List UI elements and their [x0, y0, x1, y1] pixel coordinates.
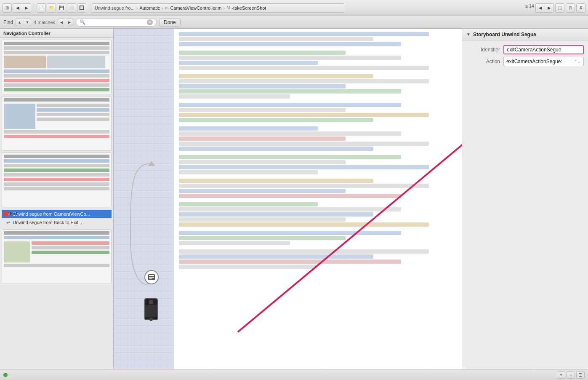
exit-section: Exit ↩ Unwind segue from CameraViewCo...… [0, 209, 113, 227]
mock-row [4, 130, 109, 134]
code-line [179, 160, 346, 164]
code-line [179, 194, 401, 198]
inspector-action-row: Action exitCameraActionSegue: ⌃⌄ [462, 56, 588, 67]
find-up-btn[interactable]: ▲ [16, 19, 23, 26]
code-line [179, 42, 401, 46]
sidebar-item-unwind-2[interactable]: ↩ Unwind segue from Back to Exit... [2, 218, 112, 227]
inspector-panel: ▼ Storyboard Unwind Segue Identifier exi… [462, 29, 588, 369]
code-group-9 [179, 231, 457, 245]
phone-screen [145, 305, 157, 317]
mock-row [4, 83, 109, 87]
find-label: Find [3, 19, 13, 25]
find-search-input[interactable]: showOverlayWithFrame [87, 20, 145, 25]
sidebar-item-label-2: Unwind segue from Back to Exit... [13, 220, 82, 225]
code-line [179, 189, 346, 193]
toolbar-file-btn5[interactable]: 🔲 [77, 3, 86, 13]
code-line [179, 94, 290, 99]
code-line [179, 184, 429, 188]
mock-row [37, 104, 109, 107]
inspector-collapse-icon[interactable]: ▼ [466, 32, 471, 37]
code-line [179, 202, 318, 206]
code-line [179, 147, 373, 151]
story-panel-1[interactable] [2, 40, 112, 94]
code-group-4 [179, 103, 457, 122]
counter-label: ≤ 14 [525, 3, 534, 13]
zoom-in-btn[interactable]: + [557, 371, 565, 379]
mock-row-group [4, 56, 109, 68]
find-next-btn[interactable]: ▶ [66, 19, 73, 26]
code-line [179, 222, 429, 227]
identifier-value[interactable]: exitCameraActionSegue [503, 45, 584, 54]
toolbar-grid-btn[interactable]: ⊞ [3, 3, 12, 13]
mock-row [37, 118, 109, 121]
breadcrumb-automatic[interactable]: Automatic [139, 5, 160, 11]
action-select[interactable]: exitCameraActionSegue: ⌃⌄ [503, 57, 584, 66]
toolbar-counter-nav: ◀ ▶ [535, 3, 554, 13]
mock-row [4, 88, 109, 91]
mock-row [4, 79, 109, 82]
mock-row [4, 264, 109, 267]
story-panel-3-inner [2, 153, 111, 207]
code-line [179, 108, 346, 112]
find-done-btn[interactable]: Done [159, 18, 181, 27]
mock-row [4, 178, 109, 181]
code-line [179, 51, 346, 55]
counter-next-btn[interactable]: ▶ [545, 3, 554, 13]
code-line [179, 32, 429, 36]
mock-row [4, 182, 109, 186]
code-line [179, 89, 401, 94]
find-prev-btn[interactable]: ◀ [58, 19, 65, 26]
toolbar-forward-btn[interactable]: ▶ [22, 3, 31, 13]
mock-block [4, 104, 35, 129]
mock-row-group [4, 104, 109, 129]
toolbar-file-btn1[interactable]: 📄 [37, 3, 46, 13]
find-clear-btn[interactable]: ✕ [147, 19, 153, 25]
toolbar-extra3[interactable]: ✗ [576, 3, 585, 13]
breadcrumb-segue[interactable]: Unwind segue fro... [95, 5, 135, 11]
code-line [179, 61, 318, 65]
toolbar-extra2[interactable]: ⊡ [566, 3, 575, 13]
story-panel-2[interactable] [2, 96, 112, 151]
breadcrumb-filename[interactable]: CameraViewController.m [170, 5, 221, 11]
mock-row [32, 246, 109, 249]
zoom-out-btn[interactable]: − [567, 371, 575, 379]
find-down-btn[interactable]: ▼ [24, 19, 31, 26]
toolbar-extra1[interactable]: ⬚ [555, 3, 564, 13]
zoom-in-icon: + [559, 372, 562, 378]
code-line [179, 260, 401, 264]
counter-prev-btn[interactable]: ◀ [535, 3, 545, 13]
toolbar-file-group: 📄 📁 💾 ⬜ 🔲 [37, 3, 89, 13]
breadcrumb-symbol[interactable]: -takeScreenShot [231, 5, 266, 11]
main-toolbar: ⊞ ◀ ▶ 📄 📁 💾 ⬜ 🔲 Unwind segue fro... › Au… [0, 0, 588, 16]
story-panel-5[interactable] [2, 229, 112, 284]
mock-col [32, 241, 109, 262]
mock-row [37, 113, 109, 116]
mock-row [4, 74, 109, 78]
toolbar-back-btn[interactable]: ◀ [13, 3, 22, 13]
mock-col [37, 104, 109, 129]
story-panel-3[interactable] [2, 153, 112, 207]
toolbar-back-forward: ◀ ▶ [13, 3, 31, 13]
zoom-fit-btn[interactable]: ⊡ [576, 371, 585, 379]
mock-block [4, 56, 46, 68]
mock-row [32, 241, 109, 245]
breadcrumb-sep1: › [136, 5, 138, 11]
story-panel-2-inner [2, 96, 111, 150]
code-line [179, 66, 429, 70]
mock-row [4, 164, 109, 167]
unwind-icon-2: ↩ [5, 220, 11, 225]
mock-row [4, 42, 109, 45]
code-line [179, 142, 429, 146]
toolbar-file-btn2[interactable]: 📁 [47, 3, 56, 13]
code-line [179, 170, 318, 174]
toolbar-file-btn3[interactable]: 💾 [57, 3, 66, 13]
code-line [179, 207, 401, 211]
method-icon: M [226, 5, 230, 10]
status-indicator [3, 373, 8, 377]
toolbar-file-btn4[interactable]: ⬜ [67, 3, 76, 13]
code-line [179, 56, 401, 60]
code-line [179, 179, 373, 183]
mock-row [4, 46, 109, 50]
code-line [179, 118, 373, 122]
phone-device [144, 298, 158, 320]
